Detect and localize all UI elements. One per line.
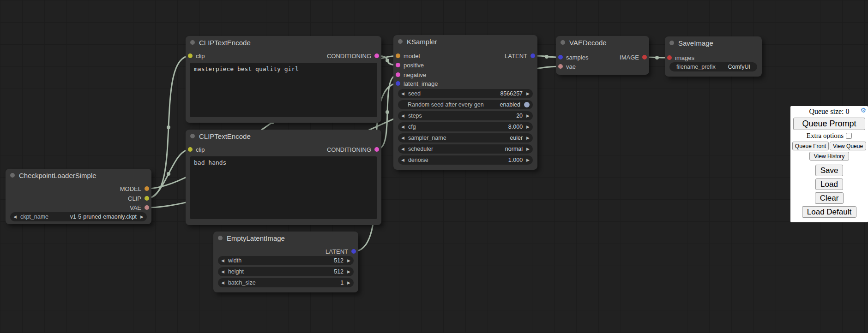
increment-arrow-icon[interactable]: ▶ <box>526 136 530 140</box>
view-history-button[interactable]: View History <box>809 152 849 161</box>
conditioning-port-dot[interactable] <box>396 72 400 77</box>
node-vae-decode[interactable]: VAEDecode samples IMAGE vae <box>556 36 649 75</box>
increment-arrow-icon[interactable]: ▶ <box>526 158 530 162</box>
height-widget[interactable]: ◀ height 512 ▶ <box>218 267 354 276</box>
increment-arrow-icon[interactable]: ▶ <box>347 270 350 274</box>
vae-output-port[interactable]: VAE <box>130 203 149 212</box>
negative-input-port[interactable]: negative <box>396 70 426 79</box>
increment-arrow-icon[interactable]: ▶ <box>526 92 530 96</box>
decrement-arrow-icon[interactable]: ◀ <box>401 92 404 96</box>
cfg-widget[interactable]: ◀ cfg 8.000 ▶ <box>398 122 533 131</box>
latent-output-port[interactable]: LATENT <box>505 51 535 60</box>
extra-options-checkbox[interactable] <box>846 133 852 139</box>
vae-input-port[interactable]: vae <box>558 62 576 71</box>
positive-input-port[interactable]: positive <box>396 60 424 70</box>
latent-output-port[interactable]: LATENT <box>326 247 356 256</box>
increment-arrow-icon[interactable]: ▶ <box>347 281 350 285</box>
decrement-arrow-icon[interactable]: ◀ <box>401 136 404 140</box>
seed-widget[interactable]: ◀ seed 8566257 ▶ <box>398 89 533 98</box>
latent-port-dot[interactable] <box>530 54 535 58</box>
save-button[interactable]: Save <box>815 165 844 176</box>
width-widget[interactable]: ◀ width 512 ▶ <box>218 256 354 265</box>
image-output-port[interactable]: IMAGE <box>620 53 647 62</box>
collapse-dot[interactable] <box>190 40 195 45</box>
load-button[interactable]: Load <box>815 178 843 190</box>
latent-port-dot[interactable] <box>351 249 356 254</box>
ckpt-name-widget[interactable]: ◀ ckpt_name v1-5-pruned-emaonly.ckpt ▶ <box>10 212 147 221</box>
vae-port-dot[interactable] <box>558 64 563 69</box>
node-title-bar[interactable]: EmptyLatentImage <box>213 232 358 244</box>
clip-input-port[interactable]: clip <box>188 51 205 60</box>
decrement-arrow-icon[interactable]: ◀ <box>401 125 404 129</box>
decrement-arrow-icon[interactable]: ◀ <box>401 114 404 118</box>
node-save-image[interactable]: SaveImage images filename_prefix ComfyUI <box>665 36 762 77</box>
decrement-arrow-icon[interactable]: ◀ <box>221 270 224 274</box>
increment-arrow-icon[interactable]: ▶ <box>526 114 530 118</box>
positive-prompt-textarea[interactable]: masterpiece best quality girl <box>190 63 377 117</box>
model-output-port[interactable]: MODEL <box>120 184 149 193</box>
node-canvas[interactable]: CheckpointLoaderSimple MODEL CLIP VAE ◀ … <box>0 0 868 333</box>
increment-arrow-icon[interactable]: ▶ <box>347 259 350 263</box>
image-port-dot[interactable] <box>642 55 647 59</box>
conditioning-port-dot[interactable] <box>374 147 379 152</box>
latent-port-dot[interactable] <box>396 81 400 86</box>
collapse-dot[interactable] <box>218 236 223 240</box>
batch-size-widget[interactable]: ◀ batch_size 1 ▶ <box>218 278 354 287</box>
node-empty-latent-image[interactable]: EmptyLatentImage LATENT ◀ width 512 ▶ ◀ … <box>213 232 358 292</box>
load-default-button[interactable]: Load Default <box>802 206 856 218</box>
random-seed-toggle[interactable]: Random seed after every gen enabled <box>398 100 533 109</box>
conditioning-port-dot[interactable] <box>374 54 379 58</box>
decrement-arrow-icon[interactable]: ◀ <box>401 158 404 162</box>
node-title-bar[interactable]: CLIPTextEncode <box>186 130 381 143</box>
conditioning-port-dot[interactable] <box>396 63 400 67</box>
filename-prefix-widget[interactable]: filename_prefix ComfyUI <box>669 62 757 71</box>
node-ksampler[interactable]: KSampler model LATENT positive negative … <box>393 35 537 170</box>
settings-gear-icon[interactable]: ⚙ <box>860 107 866 114</box>
collapse-dot[interactable] <box>398 39 403 44</box>
node-clip-text-encode-negative[interactable]: CLIPTextEncode clip CONDITIONING bad han… <box>186 130 381 225</box>
queue-prompt-button[interactable]: Queue Prompt <box>793 118 865 130</box>
collapse-dot[interactable] <box>669 41 674 45</box>
view-queue-button[interactable]: View Queue <box>830 142 866 150</box>
node-title-bar[interactable]: CheckpointLoaderSimple <box>6 169 151 182</box>
collapse-dot[interactable] <box>10 173 15 178</box>
conditioning-output-port[interactable]: CONDITIONING <box>327 145 379 154</box>
increment-arrow-icon[interactable]: ▶ <box>526 125 530 129</box>
clip-input-port[interactable]: clip <box>188 145 205 154</box>
latent-port-dot[interactable] <box>558 55 563 59</box>
toggle-knob[interactable] <box>524 102 530 107</box>
image-port-dot[interactable] <box>667 55 672 60</box>
negative-prompt-textarea[interactable]: bad hands <box>190 156 377 219</box>
clip-port-dot[interactable] <box>188 54 193 58</box>
node-title-bar[interactable]: VAEDecode <box>556 36 649 49</box>
steps-widget[interactable]: ◀ steps 20 ▶ <box>398 111 533 120</box>
scheduler-widget[interactable]: ◀ scheduler normal ▶ <box>398 144 533 154</box>
conditioning-output-port[interactable]: CONDITIONING <box>327 51 379 60</box>
node-clip-text-encode-positive[interactable]: CLIPTextEncode clip CONDITIONING masterp… <box>186 36 381 123</box>
latent-image-input-port[interactable]: latent_image <box>396 79 438 88</box>
denoise-widget[interactable]: ◀ denoise 1.000 ▶ <box>398 155 533 165</box>
node-title-bar[interactable]: CLIPTextEncode <box>186 36 381 49</box>
node-checkpoint-loader[interactable]: CheckpointLoaderSimple MODEL CLIP VAE ◀ … <box>6 169 151 224</box>
vae-port-dot[interactable] <box>145 205 149 210</box>
model-port-dot[interactable] <box>396 54 400 58</box>
collapse-dot[interactable] <box>190 134 195 138</box>
clip-output-port[interactable]: CLIP <box>128 194 149 203</box>
decrement-arrow-icon[interactable]: ◀ <box>13 215 17 219</box>
model-port-dot[interactable] <box>145 186 149 191</box>
sampler-name-widget[interactable]: ◀ sampler_name euler ▶ <box>398 133 533 143</box>
decrement-arrow-icon[interactable]: ◀ <box>401 147 404 151</box>
increment-arrow-icon[interactable]: ▶ <box>526 147 530 151</box>
clip-port-dot[interactable] <box>145 196 149 201</box>
node-title-bar[interactable]: KSampler <box>393 35 537 48</box>
clip-port-dot[interactable] <box>188 147 193 152</box>
images-input-port[interactable]: images <box>667 53 694 62</box>
collapse-dot[interactable] <box>561 40 565 45</box>
samples-input-port[interactable]: samples <box>558 53 588 62</box>
clear-button[interactable]: Clear <box>815 192 844 204</box>
model-input-port[interactable]: model <box>396 51 420 60</box>
increment-arrow-icon[interactable]: ▶ <box>140 215 144 219</box>
node-title-bar[interactable]: SaveImage <box>665 36 762 49</box>
decrement-arrow-icon[interactable]: ◀ <box>221 259 224 263</box>
queue-front-button[interactable]: Queue Front <box>792 142 829 150</box>
